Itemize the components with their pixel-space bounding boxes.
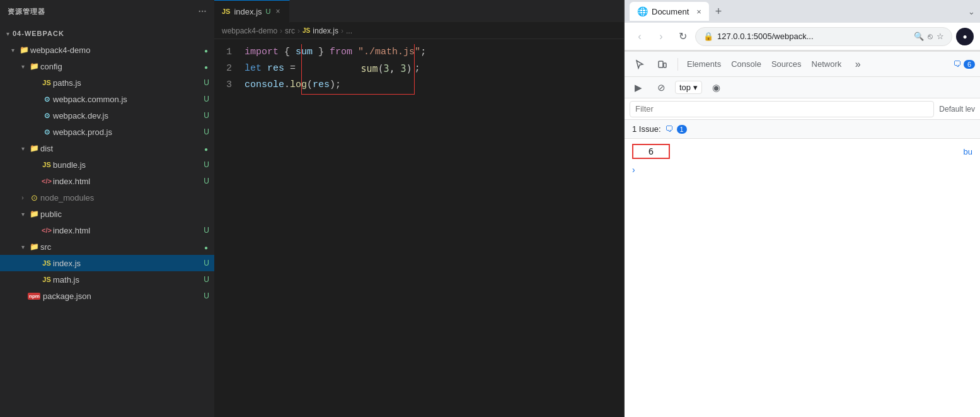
inspect-element-button[interactable] xyxy=(630,55,650,74)
sidebar-item-node-modules[interactable]: › ⊙ node_modules xyxy=(0,189,214,206)
back-button[interactable]: ‹ xyxy=(631,28,649,45)
more-icon[interactable]: ··· xyxy=(199,6,207,16)
kw-import: import xyxy=(245,44,279,61)
arrow-icon: ▾ xyxy=(3,30,13,37)
modified-badge: U xyxy=(199,275,214,284)
devtools-toolbar: Elements Console Sources Network » 🗨 6 xyxy=(625,52,980,77)
tab-close-button[interactable]: × xyxy=(275,6,282,17)
folder-name: src xyxy=(40,242,199,252)
devtools-panel: Elements Console Sources Network » 🗨 6 ▶… xyxy=(625,50,980,417)
file-name: webpack.prod.js xyxy=(53,127,199,137)
expand-chevron-icon[interactable]: › xyxy=(632,165,635,175)
play-button[interactable]: ▶ xyxy=(630,79,647,97)
profile-button[interactable]: ● xyxy=(956,28,974,45)
modified-badge: U xyxy=(199,95,214,103)
sidebar-item-package-json[interactable]: npm package.json U xyxy=(0,288,214,304)
punct: ; xyxy=(415,61,420,77)
modified-badge: U xyxy=(199,160,214,169)
punct: ( xyxy=(307,77,313,93)
sidebar-item-index-html-pub[interactable]: </> index.html U xyxy=(0,222,214,238)
folder-name: config xyxy=(40,62,199,71)
console-badge: 6 xyxy=(964,60,975,69)
browser-tab-close[interactable]: × xyxy=(696,7,701,16)
forward-button[interactable]: › xyxy=(652,28,670,45)
sidebar-item-index-html-dist[interactable]: </> index.html U xyxy=(0,173,214,189)
bc-sep3: › xyxy=(341,26,343,35)
context-label: top xyxy=(679,83,691,92)
new-tab-button[interactable]: + xyxy=(712,5,726,18)
code-line-3: console . log ( res ); xyxy=(245,77,624,93)
folder-icon: 📁 xyxy=(28,62,40,71)
code-line-2: let res = sum(3, 3) ; xyxy=(245,61,624,77)
tab-bar: JS index.js U × xyxy=(214,0,624,23)
webpack-icon: ⊙ xyxy=(40,128,53,136)
file-name: package.json xyxy=(43,291,199,301)
browser-tab-document[interactable]: 🌐 Document × xyxy=(630,2,709,21)
kw-let: let xyxy=(245,61,262,77)
tab-modified-badge: U xyxy=(266,8,271,15)
address-bar[interactable]: 🔒 127.0.0.1:5005/webpack... 🔍 ⎋ ☆ xyxy=(695,27,952,46)
eye-button[interactable]: ◉ xyxy=(707,79,725,97)
num-3b: 3 xyxy=(401,63,406,74)
js-icon: JS xyxy=(40,276,53,283)
modified-badge: U xyxy=(199,78,214,87)
chevron-down-icon: ▾ xyxy=(693,83,698,92)
sidebar-item-webpack-dev[interactable]: ⊙ webpack.dev.js U xyxy=(0,107,214,124)
punct: { xyxy=(279,44,296,61)
issues-count-badge: 1 xyxy=(677,125,687,134)
sidebar-item-bundle-js[interactable]: JS bundle.js U xyxy=(0,156,214,173)
modified-badge: U xyxy=(199,111,214,120)
sources-tab[interactable]: Sources xyxy=(768,59,805,69)
file-name: paths.js xyxy=(53,78,199,88)
expand-icon: ⌄ xyxy=(968,7,975,16)
folder-arrow-icon: ▾ xyxy=(18,244,28,250)
filter-input[interactable] xyxy=(630,101,934,117)
elements-tab[interactable]: Elements xyxy=(683,59,725,69)
folder-arrow-icon: ▾ xyxy=(18,211,28,218)
modified-badge: U xyxy=(199,226,214,235)
sidebar-item-config[interactable]: ▾ 📁 config ● xyxy=(0,58,214,74)
sidebar-item-public[interactable]: ▾ 📁 public xyxy=(0,206,214,222)
js-icon: JS xyxy=(40,259,53,267)
refresh-button[interactable]: ↻ xyxy=(674,28,691,45)
console-tab[interactable]: Console xyxy=(727,59,765,69)
device-toolbar-button[interactable] xyxy=(652,55,672,74)
sidebar-item-paths-js[interactable]: JS paths.js U xyxy=(0,74,214,91)
context-selector[interactable]: top ▾ xyxy=(675,81,702,94)
sidebar-item-index-js[interactable]: JS index.js U xyxy=(0,255,214,271)
browser-panel: 🌐 Document × + ⌄ ‹ › ↻ 🔒 127.0.0.1:5005/… xyxy=(624,0,980,417)
sidebar-item-webpack-prod[interactable]: ⊙ webpack.prod.js U xyxy=(0,124,214,140)
sidebar-item-04-webpack[interactable]: ▾ 04-WEBPACK xyxy=(0,25,214,42)
url-text: 127.0.0.1:5005/webpack... xyxy=(717,32,910,41)
var-res2: res xyxy=(313,77,330,93)
bc-root: webpack4-demo xyxy=(222,26,277,35)
js-icon: JS xyxy=(40,161,53,168)
console-source-link[interactable]: bu xyxy=(964,147,972,156)
folder-name: dist xyxy=(40,144,199,153)
sidebar-tree: ▾ 04-WEBPACK ▾ 📁 webpack4-demo ● ▾ 📁 con… xyxy=(0,23,214,417)
punct: ( xyxy=(378,63,383,74)
sidebar-item-src[interactable]: ▾ 📁 src ● xyxy=(0,238,214,255)
svg-rect-0 xyxy=(659,61,663,68)
breadcrumb: webpack4-demo › src › JS index.js › ... xyxy=(214,23,624,39)
sidebar-item-dist[interactable]: ▾ 📁 dist ● xyxy=(0,140,214,156)
folder-name: public xyxy=(40,209,214,219)
file-name: index.js xyxy=(53,259,199,268)
bc-src: src xyxy=(285,26,295,35)
punct: ); xyxy=(330,77,341,93)
devtools-filter-row: Default lev xyxy=(625,98,980,120)
bc-sep2: › xyxy=(297,26,300,35)
network-tab[interactable]: Network xyxy=(808,59,846,69)
more-devtools-tabs[interactable]: » xyxy=(848,55,868,74)
file-name: bundle.js xyxy=(53,160,199,170)
sidebar-item-webpack4-demo[interactable]: ▾ 📁 webpack4-demo ● xyxy=(0,42,214,58)
folder-icon: 📁 xyxy=(28,209,40,218)
editor-tab-index-js[interactable]: JS index.js U × xyxy=(214,0,290,23)
share-icon: ⎋ xyxy=(928,32,933,41)
folder-arrow-icon: ▾ xyxy=(8,47,18,54)
project-name: 04-WEBPACK xyxy=(13,30,214,37)
ban-button[interactable]: ⊘ xyxy=(652,79,670,97)
sidebar-header-icons: ··· xyxy=(199,6,207,16)
sidebar-item-webpack-common[interactable]: ⊙ webpack.common.js U xyxy=(0,91,214,107)
sidebar-item-math-js[interactable]: JS math.js U xyxy=(0,271,214,288)
